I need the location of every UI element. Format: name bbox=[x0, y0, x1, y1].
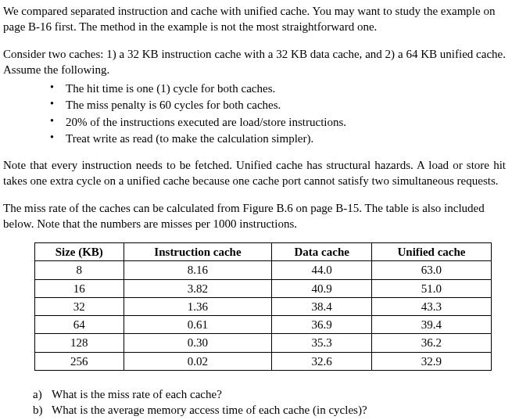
table-cell: 3.82 bbox=[124, 279, 272, 297]
question-item-b: b) What is the average memory access tim… bbox=[33, 402, 506, 418]
question-marker: a) bbox=[33, 386, 42, 402]
table-cell: 43.3 bbox=[371, 297, 491, 315]
table-header: Instruction cache bbox=[124, 243, 272, 261]
table-cell: 16 bbox=[35, 279, 124, 297]
table-intro-paragraph: The miss rate of the caches can be calcu… bbox=[3, 200, 506, 232]
table-row: 2560.0232.632.9 bbox=[35, 352, 492, 370]
note-paragraph: Note that every instruction needs to be … bbox=[3, 157, 506, 189]
table-header-row: Size (KB) Instruction cache Data cache U… bbox=[35, 243, 492, 261]
table-body: 88.1644.063.0163.8240.951.0321.3638.443.… bbox=[35, 261, 492, 371]
assumption-item: The hit time is one (1) cycle for both c… bbox=[50, 81, 506, 96]
table-cell: 0.02 bbox=[124, 352, 272, 370]
question-item-a: a) What is the miss rate of each cache? bbox=[33, 386, 506, 402]
table-cell: 38.4 bbox=[272, 297, 372, 315]
table-row: 88.1644.063.0 bbox=[35, 261, 492, 279]
table-cell: 32.9 bbox=[371, 352, 491, 370]
question-text: What is the average memory access time o… bbox=[52, 404, 367, 416]
table-cell: 32 bbox=[35, 297, 124, 315]
miss-rate-table: Size (KB) Instruction cache Data cache U… bbox=[34, 242, 492, 371]
table-cell: 44.0 bbox=[272, 261, 372, 279]
table-cell: 8 bbox=[35, 261, 124, 279]
table-cell: 64 bbox=[35, 316, 124, 334]
table-cell: 51.0 bbox=[371, 279, 491, 297]
setup-paragraph: Consider two caches: 1) a 32 KB instruct… bbox=[3, 46, 506, 78]
assumption-item: Treat write as read (to make the calcula… bbox=[50, 131, 506, 146]
table-header: Data cache bbox=[272, 243, 372, 261]
table-row: 321.3638.443.3 bbox=[35, 297, 492, 315]
assumption-item: 20% of the instructions executed are loa… bbox=[50, 114, 506, 130]
table-cell: 256 bbox=[35, 352, 124, 370]
table-cell: 0.61 bbox=[124, 316, 272, 334]
table-cell: 36.2 bbox=[371, 334, 491, 352]
table-cell: 128 bbox=[35, 334, 124, 352]
table-cell: 40.9 bbox=[272, 279, 372, 297]
table-cell: 39.4 bbox=[371, 316, 491, 334]
table-header: Unified cache bbox=[371, 243, 491, 261]
table-row: 163.8240.951.0 bbox=[35, 279, 492, 297]
table-header: Size (KB) bbox=[35, 243, 124, 261]
table-row: 1280.3035.336.2 bbox=[35, 334, 492, 352]
assumption-item: The miss penalty is 60 cycles for both c… bbox=[50, 97, 506, 113]
table-row: 640.6136.939.4 bbox=[35, 316, 492, 334]
table-cell: 1.36 bbox=[124, 297, 272, 315]
question-marker: b) bbox=[33, 402, 43, 418]
question-text: What is the miss rate of each cache? bbox=[52, 388, 222, 400]
table-cell: 35.3 bbox=[272, 334, 372, 352]
table-cell: 8.16 bbox=[124, 261, 272, 279]
questions-list: a) What is the miss rate of each cache? … bbox=[33, 386, 506, 418]
assumptions-list: The hit time is one (1) cycle for both c… bbox=[50, 81, 506, 146]
table-cell: 0.30 bbox=[124, 334, 272, 352]
table-cell: 63.0 bbox=[371, 261, 491, 279]
table-cell: 32.6 bbox=[272, 352, 372, 370]
table-cell: 36.9 bbox=[272, 316, 372, 334]
intro-paragraph: We compared separated instruction and ca… bbox=[3, 3, 506, 35]
